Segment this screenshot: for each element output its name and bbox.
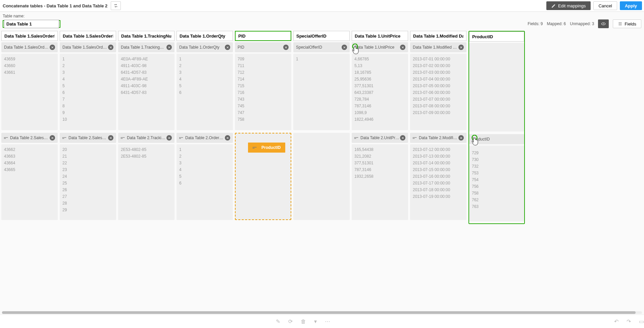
data-cell: 4 bbox=[179, 76, 230, 83]
remove-mapping-icon[interactable]: ✕ bbox=[283, 45, 289, 50]
data-preview-block: 2013-07-12 00:00:002013-07-13 00:00:0020… bbox=[410, 144, 466, 220]
remove-mapping-icon[interactable]: ✕ bbox=[166, 45, 172, 50]
remove-mapping-icon[interactable]: ✕ bbox=[50, 135, 55, 141]
mapping-column: Data Table 1.UnitPrice✕4,667855,1318,167… bbox=[352, 31, 408, 224]
data-preview-block: 729730732753754756758762763 bbox=[469, 146, 524, 221]
data-cell: 20 bbox=[62, 146, 113, 153]
column-header-input[interactable] bbox=[352, 31, 408, 41]
field-mapping-bar[interactable]: PID✕ bbox=[235, 42, 291, 52]
column-header-input[interactable] bbox=[293, 31, 350, 41]
drag-chip-label: ProductID bbox=[261, 145, 281, 150]
fields-count: Fields: 9 bbox=[528, 21, 543, 26]
data-cell: 2013-07-01 00:00:00 bbox=[413, 56, 464, 62]
field-mapping-bar[interactable]: Data Table 1.OrderQty✕ bbox=[177, 42, 233, 52]
pencil-icon[interactable]: ✎ bbox=[276, 318, 280, 325]
pencil-icon bbox=[551, 3, 556, 8]
field-mapping-bar[interactable]: Data Table 2.SalesOrd...✕ bbox=[60, 133, 116, 143]
data-cell: 758 bbox=[238, 116, 289, 123]
swap-icon-button[interactable] bbox=[111, 1, 121, 10]
field-mapping-bar[interactable]: Data Table 1.UnitPrice✕ bbox=[352, 42, 408, 52]
refresh-icon[interactable]: ⟳ bbox=[288, 318, 293, 325]
data-cell: 9 bbox=[62, 109, 113, 116]
data-cell: 3 bbox=[179, 160, 230, 166]
field-mapping-bar[interactable]: Data Table 1.SalesOrderD...✕ bbox=[60, 42, 116, 52]
data-cell: 29 bbox=[62, 207, 113, 213]
field-mapping-bar[interactable]: ProductID bbox=[469, 134, 524, 144]
fields-button[interactable]: Fields bbox=[613, 19, 641, 28]
sub-row: Table name: Fields: 9 Mapped: 6 Unmapped… bbox=[0, 12, 644, 31]
field-mapping-bar[interactable]: SpecialOfferID✕ bbox=[293, 42, 350, 52]
remove-mapping-icon[interactable]: ✕ bbox=[458, 45, 464, 50]
field-mapping-bar[interactable]: Data Table 2.OrderQty✕ bbox=[177, 133, 233, 143]
filter-icon[interactable]: ▾ bbox=[314, 318, 317, 325]
drop-target-zone[interactable]: ProductID bbox=[235, 133, 291, 220]
field-mapping-bar[interactable]: Data Table 1.SalesOrderID✕ bbox=[1, 42, 58, 52]
data-cell: 6 bbox=[179, 180, 230, 186]
remove-mapping-icon[interactable]: ✕ bbox=[108, 135, 113, 141]
data-cell: 1822,4946 bbox=[354, 116, 405, 123]
data-cell: 7 bbox=[62, 96, 113, 103]
remove-mapping-icon[interactable]: ✕ bbox=[50, 45, 55, 50]
data-preview-block: 1 bbox=[293, 54, 350, 130]
remove-mapping-icon[interactable]: ✕ bbox=[342, 45, 347, 50]
column-header-input[interactable] bbox=[177, 31, 233, 41]
remove-mapping-icon[interactable]: ✕ bbox=[166, 135, 172, 141]
apply-button[interactable]: Apply bbox=[620, 1, 642, 10]
preview-toggle-button[interactable] bbox=[598, 19, 609, 28]
field-mapping-bar[interactable]: Data Table 1.Modified Date✕ bbox=[410, 42, 466, 52]
column-header-input[interactable] bbox=[60, 31, 116, 41]
data-cell: 2013-07-04 00:00:00 bbox=[413, 76, 464, 83]
data-cell: 43664 bbox=[4, 160, 55, 166]
remove-mapping-icon[interactable]: ✕ bbox=[400, 45, 405, 50]
remove-mapping-icon[interactable]: ✕ bbox=[225, 135, 230, 141]
column-header-input[interactable] bbox=[469, 32, 524, 42]
data-cell: 753 bbox=[472, 170, 522, 176]
column-header-input[interactable] bbox=[235, 31, 291, 41]
remove-mapping-icon[interactable]: ✕ bbox=[400, 135, 405, 141]
data-cell: 715 bbox=[238, 83, 289, 89]
list-icon bbox=[618, 21, 623, 26]
data-cell: 4911-403C-98 bbox=[121, 62, 172, 69]
data-cell: 711 bbox=[238, 62, 289, 69]
data-cell: 43665 bbox=[4, 166, 55, 173]
redo-icon[interactable]: ↷ bbox=[627, 318, 631, 325]
data-preview-block: 4E0A-4F89-AE4911-403C-986431-4D57-834E0A… bbox=[118, 54, 175, 130]
table-name-input[interactable] bbox=[4, 20, 59, 28]
edit-mappings-button[interactable]: Edit mappings bbox=[546, 1, 591, 10]
column-header-input[interactable] bbox=[410, 31, 466, 41]
data-cell: 23 bbox=[62, 166, 113, 173]
field-mapping-bar[interactable]: Data Table 2.Modified ...✕ bbox=[410, 133, 466, 143]
trash-icon[interactable]: 🗑 bbox=[301, 319, 306, 325]
undo-icon[interactable]: ↶ bbox=[614, 318, 618, 325]
data-cell: 43659 bbox=[4, 56, 55, 62]
data-cell: 25,95636 bbox=[354, 76, 405, 83]
cancel-button[interactable]: Cancel bbox=[593, 1, 617, 10]
field-mapping-bar[interactable]: Data Table 1.TrackingNum...✕ bbox=[118, 42, 175, 52]
field-mapping-bar[interactable]: Data Table 2.Tracking...✕ bbox=[118, 133, 175, 143]
field-mapping-bar[interactable]: Data Table 2.SalesOrd...✕ bbox=[1, 133, 58, 143]
remove-mapping-icon[interactable]: ✕ bbox=[225, 45, 230, 50]
data-cell: 754 bbox=[472, 176, 522, 183]
data-cell: 2013-07-15 00:00:00 bbox=[413, 166, 464, 173]
field-mapping-bar[interactable]: Data Table 2.UnitPrice✕ bbox=[352, 133, 408, 143]
data-cell: 2013-07-13 00:00:00 bbox=[413, 153, 464, 160]
remove-mapping-icon[interactable]: ✕ bbox=[108, 45, 113, 50]
table-name-highlight bbox=[3, 20, 60, 28]
field-mapping-label: Data Table 1.Modified Date bbox=[413, 45, 458, 50]
top-bar: Concatenate tables - Data Table 1 and Da… bbox=[0, 0, 644, 12]
column-header-input[interactable] bbox=[1, 31, 58, 41]
drag-chip[interactable]: ProductID bbox=[248, 143, 285, 153]
horizontal-scrollbar[interactable] bbox=[2, 311, 642, 314]
data-cell: 2 bbox=[179, 62, 230, 69]
data-cell: 1 bbox=[62, 56, 113, 62]
empty-lower-block bbox=[293, 133, 350, 220]
data-cell: 2013-07-08 00:00:00 bbox=[413, 103, 464, 109]
remove-mapping-icon[interactable]: ✕ bbox=[458, 135, 464, 141]
data-cell: 5,13 bbox=[354, 62, 405, 69]
data-cell: 10 bbox=[62, 116, 113, 123]
window-icon[interactable]: ▭ bbox=[639, 318, 644, 325]
column-header-input[interactable] bbox=[118, 31, 175, 41]
more-icon[interactable]: ⋯ bbox=[325, 318, 330, 325]
data-cell: 2013-07-09 00:00:00 bbox=[413, 109, 464, 116]
data-cell: 730 bbox=[472, 156, 522, 163]
